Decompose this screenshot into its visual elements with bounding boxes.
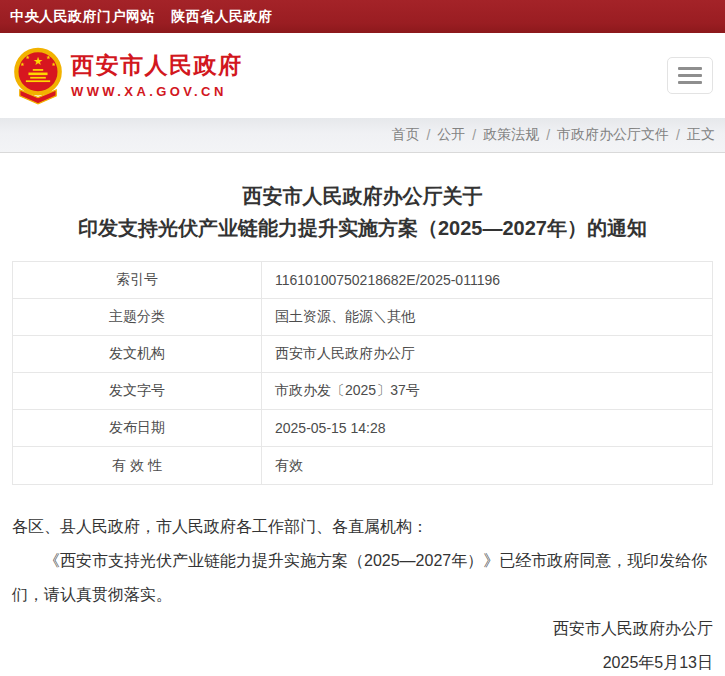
meta-label: 索引号 [13, 262, 262, 298]
svg-text:★: ★ [33, 54, 43, 66]
body-paragraph-main: 《西安市支持光伏产业链能力提升实施方案（2025—2027年）》已经市政府同意，… [12, 544, 713, 612]
link-shaanxi-gov[interactable]: 陕西省人民政府 [171, 8, 273, 26]
table-row-index-number: 索引号 11610100750218682E/2025-011196 [13, 262, 712, 299]
svg-text:★: ★ [25, 53, 30, 59]
hamburger-bar [678, 74, 702, 77]
hamburger-bar [678, 67, 702, 70]
link-central-gov-portal[interactable]: 中央人民政府门户网站 [10, 8, 155, 26]
meta-label: 发文字号 [13, 373, 262, 409]
meta-value: 11610100750218682E/2025-011196 [262, 262, 712, 298]
meta-value: 有效 [262, 447, 712, 484]
site-logo[interactable]: ★ ★ ★ ★ ★ 西安市人民政府 WWW.XA.GOV.CN [12, 46, 243, 106]
breadcrumb-separator: / [676, 127, 680, 143]
hamburger-bar [678, 81, 702, 84]
breadcrumb-item-open[interactable]: 公开 [437, 126, 465, 144]
meta-value: 西安市人民政府办公厅 [262, 336, 712, 372]
page-title-line2: 印发支持光伏产业链能力提升实施方案（2025—2027年）的通知 [12, 212, 713, 244]
breadcrumb: 首页 / 公开 / 政策法规 / 市政府办公厅文件 / 正文 [0, 118, 725, 153]
signature-organization: 西安市人民政府办公厅 [12, 612, 713, 646]
site-name: 西安市人民政府 [71, 52, 243, 78]
table-row-document-number: 发文字号 市政办发〔2025〕37号 [13, 373, 712, 410]
table-row-validity: 有 效 性 有效 [13, 447, 712, 484]
svg-text:★: ★ [20, 61, 25, 67]
svg-text:★: ★ [46, 53, 51, 59]
svg-text:★: ★ [51, 61, 56, 67]
breadcrumb-item-policies[interactable]: 政策法规 [483, 126, 539, 144]
breadcrumb-item-current: 正文 [687, 126, 715, 144]
meta-label: 发文机构 [13, 336, 262, 372]
meta-label: 发布日期 [13, 410, 262, 446]
signature-date: 2025年5月13日 [12, 646, 713, 676]
gov-links-bar: 中央人民政府门户网站 陕西省人民政府 [0, 0, 725, 33]
document-meta-table: 索引号 11610100750218682E/2025-011196 主题分类 … [12, 261, 713, 485]
body-paragraph-salutation: 各区、县人民政府，市人民政府各工作部门、各直属机构： [12, 510, 713, 544]
site-title-block: 西安市人民政府 WWW.XA.GOV.CN [71, 52, 243, 98]
page-title-line1: 西安市人民政府办公厅关于 [12, 180, 713, 212]
breadcrumb-separator: / [472, 127, 476, 143]
meta-value: 市政办发〔2025〕37号 [262, 373, 712, 409]
site-url: WWW.XA.GOV.CN [71, 84, 243, 99]
article-container: 西安市人民政府办公厅关于 印发支持光伏产业链能力提升实施方案（2025—2027… [0, 180, 725, 676]
table-row-publish-date: 发布日期 2025-05-15 14:28 [13, 410, 712, 447]
meta-label: 有 效 性 [13, 447, 262, 484]
meta-value: 2025-05-15 14:28 [262, 410, 712, 446]
site-header: ★ ★ ★ ★ ★ 西安市人民政府 WWW.XA.GOV.CN [0, 33, 725, 118]
breadcrumb-separator: / [426, 127, 430, 143]
table-row-issuing-agency: 发文机构 西安市人民政府办公厅 [13, 336, 712, 373]
table-row-topic-category: 主题分类 国土资源、能源＼其他 [13, 299, 712, 336]
meta-label: 主题分类 [13, 299, 262, 335]
hamburger-menu-button[interactable] [667, 57, 713, 94]
breadcrumb-item-home[interactable]: 首页 [391, 126, 419, 144]
national-emblem-icon: ★ ★ ★ ★ ★ [12, 46, 64, 106]
page-title: 西安市人民政府办公厅关于 印发支持光伏产业链能力提升实施方案（2025—2027… [12, 180, 713, 244]
breadcrumb-item-office-documents[interactable]: 市政府办公厅文件 [557, 126, 669, 144]
breadcrumb-separator: / [546, 127, 550, 143]
document-body: 各区、县人民政府，市人民政府各工作部门、各直属机构： 《西安市支持光伏产业链能力… [12, 510, 713, 676]
meta-value: 国土资源、能源＼其他 [262, 299, 712, 335]
